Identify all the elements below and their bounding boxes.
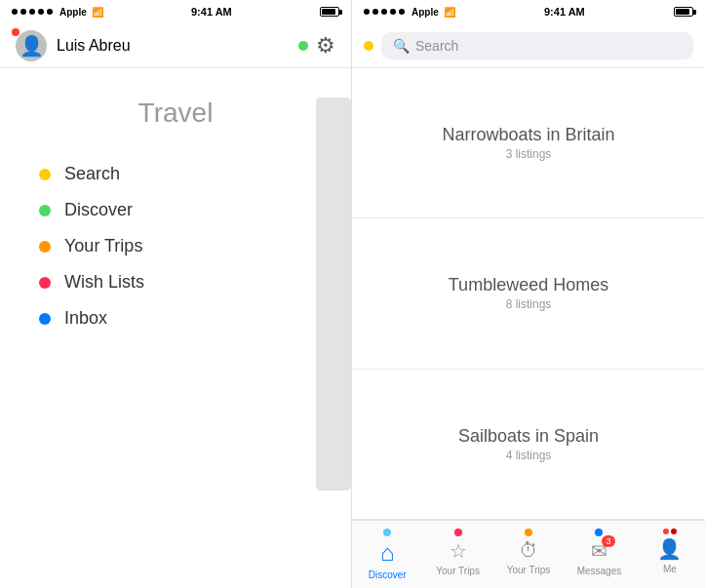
search-icon: 🔍: [393, 38, 410, 54]
battery-fill-left: [322, 9, 335, 15]
sidebar-item-search-label: Search: [64, 164, 120, 184]
listing-item-0[interactable]: Narrowboats in Britain 3 listings: [352, 68, 705, 218]
carrier-name-left: Apple: [59, 7, 87, 18]
battery-fill-right: [676, 9, 689, 15]
battery-right: [674, 7, 693, 17]
avatar-icon: 👤: [20, 34, 44, 58]
tab-label-me: Me: [663, 564, 677, 574]
tab-dot-me-2: [671, 529, 677, 534]
wish-lists-dot: [39, 277, 51, 289]
tab-badge-messages: ✉ 3: [591, 539, 607, 563]
tab-label-messages: Messages: [577, 566, 622, 576]
sidebar-item-wish-lists[interactable]: Wish Lists: [39, 264, 312, 300]
sidebar-item-discover[interactable]: Discover: [39, 192, 312, 228]
tab-bar: ⌂ Discover ☆ Your Trips ⏱ Your Trips ✉ 3…: [352, 520, 705, 588]
sidebar-item-search[interactable]: Search: [39, 156, 312, 192]
sidebar-item-your-trips[interactable]: Your Trips: [39, 228, 312, 264]
tab-messages[interactable]: ✉ 3 Messages: [564, 527, 634, 576]
signal-dot-5: [47, 9, 53, 15]
tab-label-your-trips: Your Trips: [436, 566, 480, 576]
tab-icon-discover: ⌂: [380, 539, 395, 567]
tab-icon-me: 👤: [657, 537, 682, 561]
signal-dot-r4: [390, 9, 396, 15]
tab-icon-history: ⏱: [519, 539, 538, 562]
sidebar-item-inbox-label: Inbox: [64, 308, 107, 329]
gear-icon[interactable]: ⚙: [316, 33, 335, 59]
signal-dot-1: [12, 9, 18, 15]
time-left: 9:41 AM: [191, 6, 232, 18]
left-panel: Apple 📶 9:41 AM 👤 Luis Abreu ⚙ Travel Se…: [0, 0, 352, 588]
listing-count-0: 3 listings: [506, 147, 552, 161]
your-trips-dot: [39, 241, 51, 253]
inbox-dot: [39, 313, 51, 325]
header-right-icons: ⚙: [298, 33, 335, 59]
status-bar-left: Apple 📶 9:41 AM: [0, 0, 351, 23]
tab-your-trips[interactable]: ☆ Your Trips: [422, 527, 492, 576]
sidebar-item-discover-label: Discover: [64, 200, 133, 220]
listing-item-2[interactable]: Sailboats in Spain 4 listings: [352, 370, 705, 520]
tab-discover[interactable]: ⌂ Discover: [352, 527, 422, 580]
tab-history[interactable]: ⏱ Your Trips: [493, 527, 564, 575]
signal-dot-3: [29, 9, 35, 15]
signal-dot-r1: [364, 9, 370, 15]
tab-dot-discover: [383, 529, 391, 536]
listing-item-1[interactable]: Tumbleweed Homes 8 listings: [352, 218, 705, 369]
wifi-icon-right: 📶: [444, 7, 455, 18]
battery-left: [320, 7, 339, 17]
tab-dot-messages: [595, 529, 603, 536]
time-right: 9:41 AM: [544, 6, 585, 18]
search-placeholder: Search: [415, 38, 458, 54]
signal-dot-r5: [399, 9, 405, 15]
tab-dot-your-trips: [454, 529, 462, 536]
tab-icon-your-trips: ☆: [450, 539, 467, 563]
signal-dot-r3: [381, 9, 387, 15]
search-bar-container: 🔍 Search: [352, 23, 705, 68]
signal-dot-r2: [372, 9, 378, 15]
listing-count-1: 8 listings: [506, 297, 552, 311]
green-indicator-dot: [298, 41, 308, 51]
status-bar-right: Apple 📶 9:41 AM: [352, 0, 705, 23]
search-bar[interactable]: 🔍 Search: [381, 32, 693, 59]
right-panel: Apple 📶 9:41 AM 🔍 Search Narrowboats in …: [352, 0, 705, 588]
listing-title-1: Tumbleweed Homes: [449, 275, 608, 295]
sidebar-item-your-trips-label: Your Trips: [64, 236, 142, 256]
tab-label-discover: Discover: [369, 569, 407, 580]
signal-dot-4: [38, 9, 44, 15]
listing-title-2: Sailboats in Spain: [458, 426, 599, 447]
tab-dot-me-1: [663, 529, 669, 534]
sidebar-item-inbox[interactable]: Inbox: [39, 300, 312, 336]
tab-dots-me: [663, 529, 677, 534]
listing-count-2: 4 listings: [506, 449, 552, 462]
wifi-icon-left: 📶: [92, 7, 103, 18]
discover-dot: [39, 205, 51, 216]
scroll-handle[interactable]: [316, 98, 351, 490]
user-section: 👤 Luis Abreu: [16, 30, 131, 61]
messages-badge-count: 3: [602, 535, 615, 547]
signal-dot-2: [20, 9, 26, 15]
header-left: 👤 Luis Abreu ⚙: [0, 23, 351, 68]
red-indicator-dot: [12, 28, 20, 36]
tab-dot-history: [525, 529, 532, 536]
yellow-dot-right: [364, 41, 373, 51]
carrier-dots-right: Apple 📶: [364, 7, 455, 18]
content-list: Narrowboats in Britain 3 listings Tumble…: [352, 68, 705, 520]
tab-label-history: Your Trips: [507, 565, 551, 575]
tab-me[interactable]: 👤 Me: [635, 527, 705, 574]
listing-title-0: Narrowboats in Britain: [442, 125, 614, 145]
carrier-dots-left: Apple 📶: [12, 7, 103, 18]
carrier-name-right: Apple: [411, 7, 439, 18]
avatar[interactable]: 👤: [16, 30, 47, 61]
nav-title: Travel: [138, 98, 214, 129]
nav-area: Travel Search Discover Your Trips Wish L…: [0, 68, 351, 588]
search-dot: [39, 169, 51, 180]
sidebar-item-wish-lists-label: Wish Lists: [64, 272, 144, 293]
user-name: Luis Abreu: [57, 37, 131, 55]
